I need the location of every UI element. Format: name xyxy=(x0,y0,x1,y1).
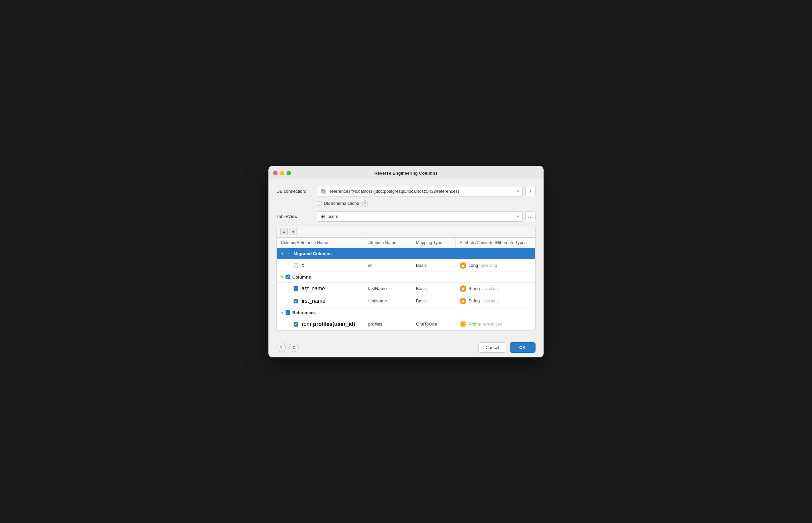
columns-table-section: ▲ ▼ Column/Reference Name Attribute Name… xyxy=(276,226,536,331)
table-view-row: Table/View: ⊞ users ▾ … xyxy=(276,211,536,222)
chevron-down-icon-2: ▾ xyxy=(517,214,519,219)
col-name-id: id xyxy=(300,263,304,269)
col-name-profiles-bold: profiles(user_id) xyxy=(313,321,355,327)
db-schema-cache-checkbox-label[interactable]: DB schema cache xyxy=(317,201,359,206)
migrated-columns-checkbox[interactable]: ✓ xyxy=(286,251,291,256)
references-chevron-icon: ∨ xyxy=(281,310,283,315)
header-col-name: Column/Reference Name xyxy=(277,238,364,248)
table-view-select[interactable]: ⊞ users ▾ xyxy=(317,211,523,222)
close-button[interactable] xyxy=(273,171,277,175)
migrated-columns-group-row[interactable]: ∨ ✓ Migrated Columns xyxy=(277,248,535,259)
db-schema-cache-help-icon[interactable]: ? xyxy=(362,200,368,206)
type-badge-a-firstname: a xyxy=(460,298,466,304)
header-attr-types: Attribute/Converter/Hibernate Types xyxy=(456,238,535,248)
traffic-lights xyxy=(273,171,291,175)
bottom-right-buttons: Cancel OK xyxy=(479,342,536,353)
table-view-label: Table/View: xyxy=(276,214,317,219)
titlebar: Reverse Engineering Columns xyxy=(269,166,543,179)
lastname-row-checkbox[interactable]: ✓ xyxy=(294,286,298,291)
attr-name-profiles: profiles xyxy=(364,319,412,329)
col-name-cell-firstname: ✓ first_name xyxy=(277,295,364,307)
help-icon: ? xyxy=(280,345,282,350)
migrated-chevron-icon: ∨ xyxy=(281,251,283,256)
db-schema-cache-row: DB schema cache ? xyxy=(317,200,536,206)
col-name-cell-lastname: ✓ last_name xyxy=(277,283,364,294)
settings-icon: ⚙ xyxy=(292,345,296,350)
col-name-cell-profiles: ✓ from profiles(user_id) xyxy=(277,319,364,330)
check-icon-columns: ✓ xyxy=(287,275,289,279)
table-row[interactable]: ✓ last_name lastName Basic a String java… xyxy=(277,283,535,295)
check-icon-firstname: ✓ xyxy=(295,299,297,303)
plus-icon: + xyxy=(529,188,532,194)
columns-group-row[interactable]: ∨ ✓ Columns xyxy=(277,272,535,283)
down-arrow-icon: ▼ xyxy=(292,230,295,234)
references-group-row[interactable]: ∨ ✓ References xyxy=(277,307,535,318)
check-icon-lastname: ✓ xyxy=(295,287,297,290)
type-badge-a-lastname: a xyxy=(460,285,466,292)
check-icon-profiles: ✓ xyxy=(295,322,297,326)
references-group-header-cell: ∨ ✓ References xyxy=(277,307,364,318)
table-row[interactable]: ✓ first_name firstName Basic a String ja… xyxy=(277,295,535,307)
settings-button[interactable]: ⚙ xyxy=(289,343,299,352)
check-icon-references: ✓ xyxy=(287,311,289,314)
columns-group-label: Columns xyxy=(292,274,311,279)
columns-group-checkbox[interactable]: ✓ xyxy=(286,274,290,279)
columns-chevron-icon: ∨ xyxy=(281,275,283,279)
check-icon-gray: ✓ xyxy=(295,264,297,267)
type-package-firstname: java.lang xyxy=(483,299,499,303)
db-connection-select[interactable]: 🐘 references@localhost (jdbc:postgresql:… xyxy=(317,186,523,196)
mapping-type-firstname: Basic xyxy=(412,296,456,306)
profiles-row-checkbox[interactable]: ✓ xyxy=(294,322,298,327)
col-name-lastname: last_name xyxy=(300,286,325,292)
attr-type-firstname: a String java.lang xyxy=(456,295,535,307)
header-attr-name: Attribute Name xyxy=(364,238,412,248)
type-badge-link-profiles xyxy=(460,321,466,327)
db-connection-row: DB connection: 🐘 references@localhost (j… xyxy=(276,186,536,196)
cancel-button[interactable]: Cancel xyxy=(479,342,506,353)
move-down-button[interactable]: ▼ xyxy=(290,228,297,235)
col-name-profiles-prefix: from xyxy=(300,321,311,327)
check-icon: ✓ xyxy=(287,252,290,255)
main-window: Reverse Engineering Columns DB connectio… xyxy=(269,166,543,357)
add-connection-button[interactable]: + xyxy=(525,186,536,196)
help-button[interactable]: ? xyxy=(276,343,286,352)
type-package-lastname: java.lang xyxy=(483,286,499,291)
attr-name-firstname: firstName xyxy=(364,296,412,306)
db-schema-cache-label-text: DB schema cache xyxy=(324,201,359,206)
type-name-profiles: Profile xyxy=(468,322,481,327)
content-area: DB connection: 🐘 references@localhost (j… xyxy=(269,179,543,338)
firstname-row-checkbox[interactable]: ✓ xyxy=(294,299,298,303)
table-view-value: users xyxy=(327,214,517,219)
db-connection-label: DB connection: xyxy=(276,189,317,194)
maximize-button[interactable] xyxy=(287,171,291,175)
table-row[interactable]: ✓ from profiles(user_id) profiles OneToO… xyxy=(277,318,535,330)
mapping-type-lastname: Basic xyxy=(412,283,456,294)
attr-name-lastname: lastName xyxy=(364,283,412,294)
col-name-firstname: first_name xyxy=(300,298,326,304)
id-row-checkbox[interactable]: ✓ xyxy=(294,263,298,268)
db-schema-cache-checkbox[interactable] xyxy=(317,201,322,206)
up-arrow-icon: ▲ xyxy=(282,230,286,234)
migrated-columns-label: Migrated Columns xyxy=(294,251,331,256)
columns-group-header-cell: ∨ ✓ Columns xyxy=(277,272,364,282)
db-connection-wrapper: 🐘 references@localhost (jdbc:postgresql:… xyxy=(317,186,536,196)
attr-type-lastname: a String java.lang xyxy=(456,283,535,295)
header-mapping-type: Mapping Type xyxy=(412,238,456,248)
type-package-profiles: references xyxy=(483,322,502,327)
ok-button[interactable]: OK xyxy=(510,342,536,353)
type-name-id: Long xyxy=(468,263,478,268)
table-view-wrapper: ⊞ users ▾ … xyxy=(317,211,536,222)
move-up-button[interactable]: ▲ xyxy=(280,228,288,235)
link-icon xyxy=(461,322,465,326)
attr-type-id: a Long java.lang xyxy=(456,259,535,272)
table-row[interactable]: ✓ id id Basic a Long java.lang xyxy=(277,259,535,272)
bottom-bar: ? ⚙ Cancel OK xyxy=(269,338,543,357)
type-name-firstname: String xyxy=(468,299,480,303)
mapping-type-profiles: OneToOne xyxy=(412,319,456,329)
references-group-checkbox[interactable]: ✓ xyxy=(286,310,290,315)
table-more-button[interactable]: … xyxy=(525,211,536,221)
minimize-button[interactable] xyxy=(280,171,284,175)
references-group-label: References xyxy=(292,310,316,315)
attr-name-id: id xyxy=(364,260,412,271)
type-package-id: java.lang xyxy=(481,263,497,268)
